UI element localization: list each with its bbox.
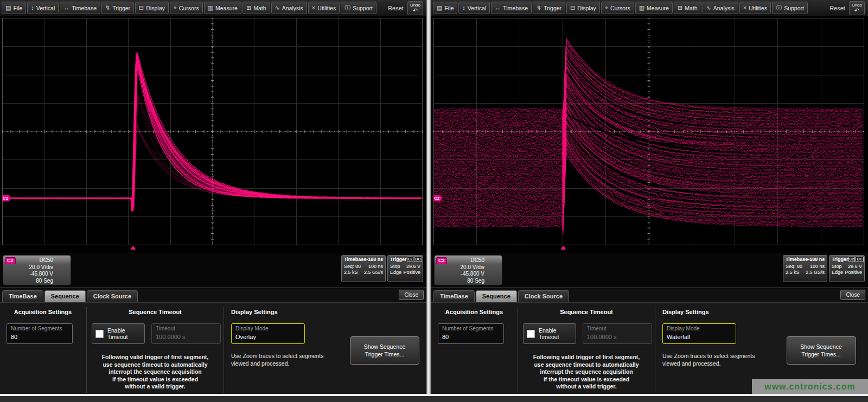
menu-trigger[interactable]: ↯Trigger — [101, 2, 134, 14]
tab-sequence[interactable]: Sequence — [44, 290, 86, 302]
timebase-seq: Seq: 80 — [786, 264, 802, 270]
menu-bar: ▤File ↕Vertical ↔Timebase ↯Trigger ⊟Disp… — [431, 0, 868, 16]
channel-offset: -45.800 V — [3, 271, 53, 278]
timebase-delay: -188 ns — [808, 257, 825, 262]
status-bar: C2 DC50 20.0 V/div -45.800 V 80 Seg Time… — [0, 253, 426, 288]
math-icon: ⊞ — [678, 5, 682, 11]
menu-label: Measure — [647, 5, 669, 11]
close-button[interactable]: Close — [399, 290, 424, 300]
timebase-per-div: 100 ns — [368, 264, 383, 270]
menu-utilities[interactable]: ×Utilities — [739, 2, 771, 14]
menu-display[interactable]: ⊟Display — [566, 2, 600, 14]
trigger-coupling-badge: DC — [414, 257, 422, 262]
note-line: Use Zoom traces to select segments — [231, 353, 345, 360]
display-settings-note: Use Zoom traces to select segments viewe… — [231, 353, 345, 367]
menu-file[interactable]: ▤File — [433, 2, 457, 14]
dialog-tab-bar: TimeBase Sequence Clock Source Close — [431, 288, 868, 303]
menu-label: File — [444, 5, 454, 11]
menu-support[interactable]: ⓘSupport — [772, 2, 808, 14]
checkbox-unchecked-icon — [527, 330, 535, 338]
reset-button[interactable]: Reset — [829, 5, 845, 11]
tab-clock-source[interactable]: Clock Source — [518, 290, 569, 302]
channel-badge: C2 — [436, 257, 447, 264]
tab-clock-source[interactable]: Clock Source — [87, 290, 138, 302]
note-line: viewed and processed. — [231, 360, 345, 368]
menu-label: Utilities — [317, 5, 336, 11]
channel-descriptor-c2[interactable]: C2 DC50 20.0 V/div -45.800 V 80 Seg — [3, 255, 71, 285]
waveform-display[interactable] — [431, 16, 868, 253]
right-scope-panel: ▤File ↕Vertical ↔Timebase ↯Trigger ⊟Disp… — [431, 0, 868, 394]
utilities-icon: × — [312, 5, 315, 11]
timeout-value-field[interactable]: Timeout 100.0000 s — [583, 323, 652, 344]
menu-buttons: ▤File ↕Vertical ↔Timebase ↯Trigger ⊟Disp… — [433, 2, 809, 14]
tab-timebase[interactable]: TimeBase — [433, 290, 475, 302]
show-sequence-trigger-times-button[interactable]: Show Sequence Trigger Times... — [787, 336, 856, 365]
timebase-rate: 2.5 GS/s — [364, 270, 383, 276]
enable-word: Enable — [539, 327, 559, 334]
waveform-display[interactable] — [0, 16, 426, 253]
waveform-area — [0, 16, 426, 253]
menu-math[interactable]: ⊞Math — [674, 2, 701, 14]
close-button[interactable]: Close — [840, 290, 865, 300]
trigger-type: Edge — [832, 270, 843, 276]
note-line: interrupt the sequence acquisition — [90, 368, 221, 376]
menu-vertical[interactable]: ↕Vertical — [458, 2, 490, 14]
menu-cursors[interactable]: ⌖Cursors — [170, 2, 203, 14]
menu-timebase[interactable]: ↔Timebase — [60, 2, 100, 14]
analysis-icon: ∿ — [275, 5, 280, 11]
menu-file[interactable]: ▤File — [2, 2, 26, 14]
menu-math[interactable]: ⊞Math — [242, 2, 270, 14]
trigger-summary[interactable]: Trigger C2DC Stop29.6 V EdgePositive — [387, 255, 423, 282]
section-divider — [224, 307, 224, 393]
menu-cursors[interactable]: ⌖Cursors — [601, 2, 634, 14]
show-sequence-trigger-times-button[interactable]: Show Sequence Trigger Times... — [350, 336, 419, 365]
note-line: Following valid trigger of first segment… — [521, 354, 652, 361]
note-line: if the timeout value is exceeded — [521, 376, 652, 384]
timebase-summary[interactable]: Timebase-188 ns Seq: 80100 ns 2.5 kS2.5 … — [783, 255, 827, 282]
sequence-timeout-note: Following valid trigger of first segment… — [90, 354, 221, 391]
display-mode-select[interactable]: Display Mode Waterfall — [662, 323, 736, 344]
menu-label: Display — [146, 5, 164, 11]
menu-utilities[interactable]: ×Utilities — [308, 2, 340, 14]
menu-analysis[interactable]: ∿Analysis — [703, 2, 738, 14]
timebase-seq: Seq: 80 — [344, 264, 361, 270]
menu-label: Trigger — [544, 5, 561, 11]
section-divider — [86, 307, 87, 393]
trigger-summary[interactable]: Trigger C2DC Stop29.6 V EdgePositive — [829, 255, 865, 282]
sequence-timeout-note: Following valid trigger of first segment… — [521, 354, 652, 391]
acquisition-settings-heading: Acquisition Settings — [433, 309, 515, 315]
menu-display[interactable]: ⊟Display — [135, 2, 169, 14]
menu-trigger[interactable]: ↯Trigger — [533, 2, 565, 14]
enable-timeout-checkbox[interactable]: Enable Timeout — [92, 323, 145, 344]
menu-support[interactable]: ⓘSupport — [341, 2, 376, 14]
menu-analysis[interactable]: ∿Analysis — [271, 2, 307, 14]
dialog-actions: Show Sequence Trigger Times... — [345, 306, 424, 394]
number-of-segments-field[interactable]: Number of Segments 80 — [7, 323, 73, 344]
enable-timeout-checkbox[interactable]: Enable Timeout — [523, 323, 576, 344]
reset-button[interactable]: Reset — [388, 5, 404, 11]
display-mode-select[interactable]: Display Mode Overlay — [231, 323, 305, 344]
menu-timebase[interactable]: ↔Timebase — [491, 2, 532, 14]
field-value: 80 — [442, 334, 500, 340]
watermark: www.cntronics.com — [752, 379, 868, 394]
undo-button[interactable]: Undo ↶ — [849, 1, 865, 15]
menu-measure[interactable]: ▥Measure — [204, 2, 241, 14]
sequence-timeout-section: Sequence Timeout Enable Timeout Timeout … — [90, 306, 221, 394]
timeout-value-field[interactable]: Timeout 100.0000 s — [151, 323, 221, 344]
timebase-delay: -188 ns — [366, 257, 383, 262]
menu-vertical[interactable]: ↕Vertical — [27, 2, 59, 14]
timeout-word: Timeout — [539, 334, 559, 340]
undo-button[interactable]: Undo ↶ — [407, 1, 423, 15]
trigger-coupling-badge: DC — [856, 257, 863, 262]
channel-scale: 20.0 V/div — [435, 264, 484, 271]
number-of-segments-field[interactable]: Number of Segments 80 — [438, 323, 504, 344]
acquisition-settings-section: Acquisition Settings Number of Segments … — [433, 306, 515, 394]
tab-sequence[interactable]: Sequence — [476, 290, 517, 302]
menu-measure[interactable]: ▥Measure — [635, 2, 673, 14]
tab-timebase[interactable]: TimeBase — [2, 290, 43, 302]
channel-descriptor-c2[interactable]: C2 DC50 20.0 V/div -45.800 V 80 Seg — [434, 255, 502, 285]
timebase-summary[interactable]: Timebase-188 ns Seq: 80100 ns 2.5 kS2.5 … — [341, 255, 386, 282]
file-icon: ▤ — [437, 5, 442, 11]
utilities-icon: × — [743, 5, 746, 11]
math-icon: ⊞ — [246, 5, 251, 11]
